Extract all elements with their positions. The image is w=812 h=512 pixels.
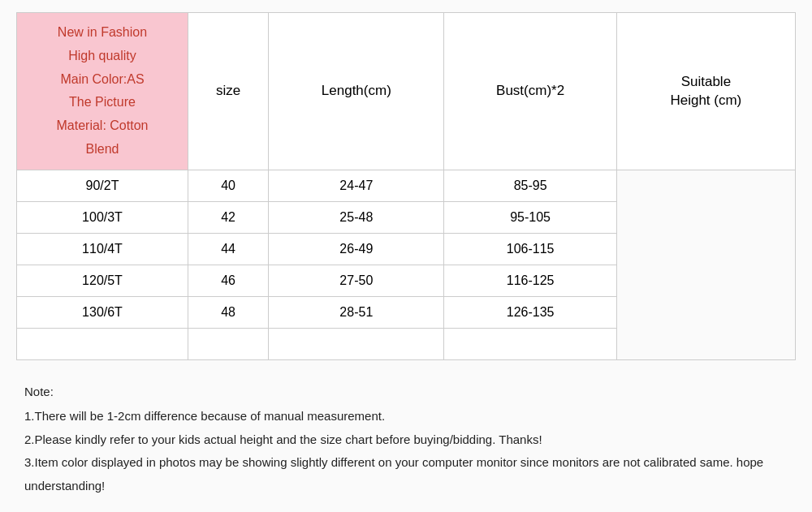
size-cell: 90/2T: [17, 170, 188, 201]
bust-cell: 25-48: [269, 201, 444, 233]
bust-cell: 27-50: [269, 265, 444, 296]
note3: 3.Item color displayed in photos may be …: [24, 451, 788, 497]
notes-title: Note:: [24, 381, 788, 404]
header-bust: Bust(cm)*2: [444, 13, 616, 170]
table-section: New in Fashion High quality Main Color:A…: [16, 12, 796, 360]
length-cell: 42: [188, 201, 268, 233]
notes-section: Note: 1.There will be 1-2cm difference b…: [16, 376, 796, 502]
page-container: New in Fashion High quality Main Color:A…: [0, 0, 812, 512]
info-line1: New in Fashion: [24, 21, 181, 45]
table-row: 110/4T 44 26-49 106-115: [17, 233, 796, 265]
length-cell: 46: [188, 265, 268, 296]
size-table: New in Fashion High quality Main Color:A…: [16, 12, 796, 360]
info-line6: Blend: [24, 138, 181, 161]
info-cell: New in Fashion High quality Main Color:A…: [17, 13, 188, 170]
size-cell: 130/6T: [17, 296, 188, 328]
table-row: 130/6T 48 28-51 126-135: [17, 296, 796, 328]
length-cell: 44: [188, 233, 268, 265]
note1: 1.There will be 1-2cm difference because…: [24, 405, 788, 428]
table-row: 100/3T 42 25-48 95-105: [17, 201, 796, 233]
table-row: 120/5T 46 27-50 116-125: [17, 265, 796, 296]
note2: 2.Please kindly refer to your kids actua…: [24, 428, 788, 452]
size-cell: 120/5T: [17, 265, 188, 296]
header-height: SuitableHeight (cm): [616, 13, 795, 170]
height-cell: 85-95: [444, 170, 616, 201]
empty-cell: [269, 328, 444, 359]
empty-cell: [188, 328, 268, 359]
bust-cell: 28-51: [269, 296, 444, 328]
header-length: Length(cm): [269, 13, 444, 170]
info-line4: The Picture: [24, 91, 181, 114]
height-cell: 95-105: [444, 201, 616, 233]
empty-cell: [17, 328, 188, 359]
table-row: 90/2T 40 24-47 85-95: [17, 170, 796, 201]
info-line2: High quality: [24, 45, 181, 68]
size-cell: 100/3T: [17, 201, 188, 233]
size-cell: 110/4T: [17, 233, 188, 265]
bust-cell: 24-47: [269, 170, 444, 201]
height-cell: 126-135: [444, 296, 616, 328]
info-line5: Material: Cotton: [24, 114, 181, 138]
bust-cell: 26-49: [269, 233, 444, 265]
height-cell: 116-125: [444, 265, 616, 296]
empty-cell: [444, 328, 616, 359]
height-cell: 106-115: [444, 233, 616, 265]
length-cell: 40: [188, 170, 268, 201]
header-size: size: [188, 13, 268, 170]
table-row-empty: [17, 328, 796, 359]
info-line3: Main Color:AS: [24, 68, 181, 92]
length-cell: 48: [188, 296, 268, 328]
